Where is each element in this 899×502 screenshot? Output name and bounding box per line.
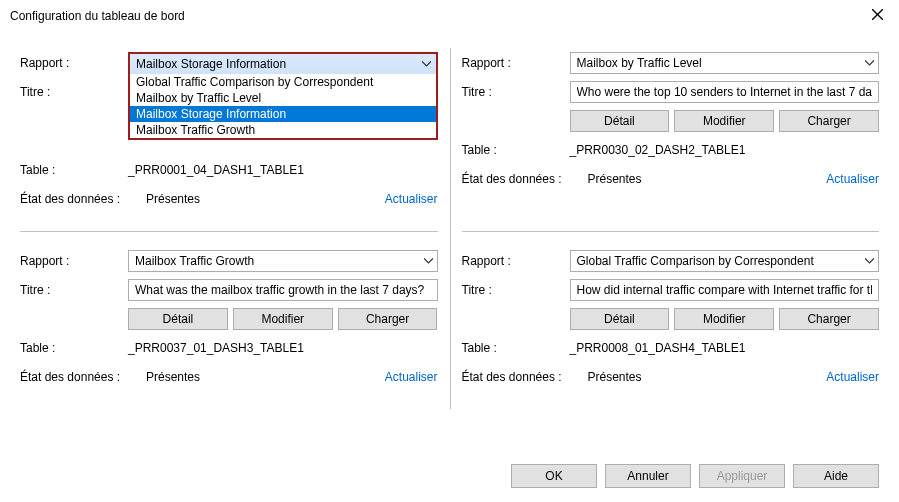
table-value: _PRR0001_04_DASH1_TABLE1 [128, 163, 304, 177]
title-label: Titre : [20, 85, 128, 99]
modify-button[interactable]: Modifier [674, 110, 774, 132]
datastate-label: État des données : [20, 192, 128, 206]
title-bar: Configuration du tableau de bord [0, 0, 899, 32]
datastate-value: Présentes [128, 192, 200, 206]
report-combo[interactable]: Mailbox by Traffic Level [570, 52, 880, 74]
load-button[interactable]: Charger [338, 308, 438, 330]
datastate-label: État des données : [462, 370, 570, 384]
datastate-value: Présentes [570, 172, 642, 186]
report-combo-value: Global Traffic Comparison by Corresponde… [577, 254, 814, 268]
title-input[interactable] [570, 279, 880, 301]
close-button[interactable] [865, 4, 889, 28]
title-input[interactable] [570, 81, 880, 103]
combo-option-selected[interactable]: Mailbox Storage Information [130, 106, 436, 122]
report-combo-value: Mailbox Storage Information [136, 57, 286, 71]
table-label: Table : [20, 341, 128, 355]
datastate-label: État des données : [20, 370, 128, 384]
detail-button[interactable]: Détail [570, 110, 670, 132]
report-combo-value: Mailbox Traffic Growth [135, 254, 254, 268]
datastate-label: État des données : [462, 172, 570, 186]
refresh-link[interactable]: Actualiser [385, 370, 438, 384]
report-combo-value: Mailbox by Traffic Level [577, 56, 702, 70]
datastate-value: Présentes [128, 370, 200, 384]
datastate-value: Présentes [570, 370, 642, 384]
detail-button[interactable]: Détail [128, 308, 228, 330]
panel-bottom-left: Rapport : Mailbox Traffic Growth Titre :… [20, 231, 438, 409]
detail-button[interactable]: Détail [570, 308, 670, 330]
title-label: Titre : [462, 283, 570, 297]
combo-option[interactable]: Mailbox Traffic Growth [130, 122, 436, 138]
load-button[interactable]: Charger [779, 308, 879, 330]
dashboard-grid: Rapport : Mailbox Storage Information Gl… [20, 34, 879, 409]
refresh-link[interactable]: Actualiser [826, 370, 879, 384]
dialog-footer: OK Annuler Appliquer Aide [511, 464, 879, 488]
modify-button[interactable]: Modifier [674, 308, 774, 330]
refresh-link[interactable]: Actualiser [826, 172, 879, 186]
table-label: Table : [462, 341, 570, 355]
report-label: Rapport : [462, 56, 570, 70]
cancel-button[interactable]: Annuler [605, 464, 691, 488]
vertical-divider [450, 48, 451, 409]
apply-button[interactable]: Appliquer [699, 464, 785, 488]
table-value: _PRR0037_01_DASH3_TABLE1 [128, 341, 304, 355]
refresh-link[interactable]: Actualiser [385, 192, 438, 206]
report-combo-open[interactable]: Mailbox Storage Information Global Traff… [128, 52, 438, 74]
report-combo[interactable]: Global Traffic Comparison by Corresponde… [570, 250, 880, 272]
load-button[interactable]: Charger [779, 110, 879, 132]
modify-button[interactable]: Modifier [233, 308, 333, 330]
combo-option[interactable]: Mailbox by Traffic Level [130, 90, 436, 106]
panel-top-left: Rapport : Mailbox Storage Information Gl… [20, 34, 438, 231]
report-label: Rapport : [20, 254, 128, 268]
chevron-down-icon [422, 61, 431, 67]
panel-bottom-right: Rapport : Global Traffic Comparison by C… [462, 231, 880, 409]
combo-option[interactable]: Global Traffic Comparison by Corresponde… [130, 74, 436, 90]
table-value: _PRR0008_01_DASH4_TABLE1 [570, 341, 746, 355]
table-label: Table : [20, 163, 128, 177]
report-combo-list: Global Traffic Comparison by Corresponde… [128, 74, 438, 140]
table-value: _PRR0030_02_DASH2_TABLE1 [570, 143, 746, 157]
title-label: Titre : [462, 85, 570, 99]
window-title: Configuration du tableau de bord [10, 9, 185, 23]
title-input[interactable] [128, 279, 438, 301]
help-button[interactable]: Aide [793, 464, 879, 488]
ok-button[interactable]: OK [511, 464, 597, 488]
title-label: Titre : [20, 283, 128, 297]
report-label: Rapport : [462, 254, 570, 268]
report-combo[interactable]: Mailbox Traffic Growth [128, 250, 438, 272]
table-label: Table : [462, 143, 570, 157]
report-combo-selected[interactable]: Mailbox Storage Information [128, 52, 438, 74]
close-icon [872, 9, 883, 23]
panel-top-right: Rapport : Mailbox by Traffic Level Titre… [462, 34, 880, 231]
report-label: Rapport : [20, 56, 128, 70]
